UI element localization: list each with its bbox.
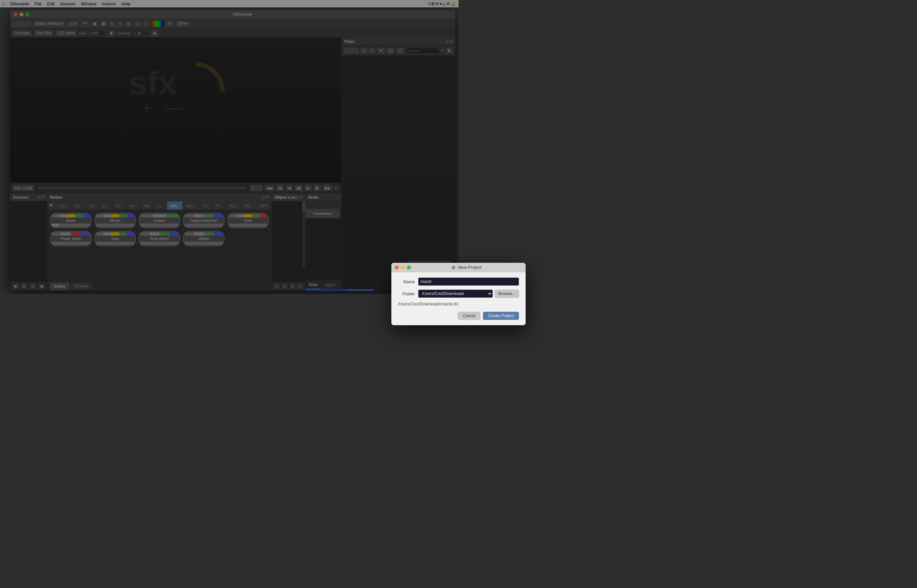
modal-maximize-btn[interactable] [407,265,411,270]
modal-traffic-lights [395,265,411,270]
modal-title: ⚙ New Project [411,265,458,270]
modal-folder-select-row: /Users/Cool/Downloads Browse... [418,290,458,294]
modal-name-input[interactable] [418,278,458,286]
modal-title-text: New Project [458,265,458,270]
modal-overlay: ⚙ New Project Name Folder /Users/Cool/Do… [0,0,458,294]
modal-minimize-btn[interactable] [401,265,405,270]
modal-folder-row: Folder /Users/Cool/Downloads Browse... [398,290,458,294]
modal-body: Name Folder /Users/Cool/Downloads Browse… [391,272,458,294]
modal-name-label: Name [398,279,415,284]
modal-titlebar: ⚙ New Project [391,263,458,272]
modal-folder-label: Folder [398,291,415,294]
modal-folder-select[interactable]: /Users/Cool/Downloads [418,290,458,294]
modal-icon: ⚙ [452,265,456,270]
modal-close-btn[interactable] [395,265,399,270]
modal-name-row: Name [398,278,458,286]
new-project-dialog: ⚙ New Project Name Folder /Users/Cool/Do… [391,263,458,294]
